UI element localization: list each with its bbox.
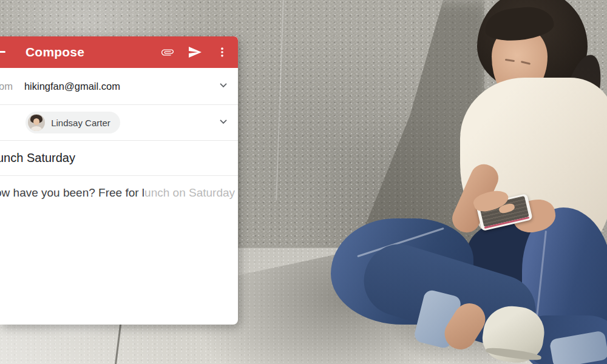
overflow-menu-icon[interactable] bbox=[215, 45, 229, 59]
avatar-body bbox=[31, 126, 42, 131]
smart-compose-suggestion: unch on Saturday bbox=[144, 186, 235, 199]
compose-title: Compose bbox=[25, 45, 84, 59]
avatar-face bbox=[33, 118, 39, 125]
from-field[interactable]: om hikingfan@gmail.com bbox=[0, 68, 238, 105]
send-icon[interactable] bbox=[188, 45, 202, 59]
back-arrow-icon[interactable] bbox=[0, 51, 5, 53]
header-actions bbox=[160, 45, 238, 59]
chevron-down-icon[interactable] bbox=[217, 79, 229, 93]
compose-card: Compose om bbox=[0, 36, 238, 325]
avatar bbox=[28, 114, 45, 131]
typed-text: ow have you been? Free for l bbox=[0, 186, 144, 199]
from-email-value: hikingfan@gmail.com bbox=[24, 81, 120, 92]
message-body-line: ow have you been? Free for lunch on Satu… bbox=[0, 184, 228, 202]
chevron-down-icon[interactable] bbox=[217, 115, 229, 130]
subject-text: unch Saturday bbox=[0, 151, 75, 165]
message-body-field[interactable]: ow have you been? Free for lunch on Satu… bbox=[0, 176, 238, 325]
subject-field[interactable]: unch Saturday bbox=[0, 141, 238, 176]
recipient-name: Lindsay Carter bbox=[51, 118, 110, 128]
from-label: om bbox=[0, 81, 13, 92]
to-field[interactable]: o Lindsay Carter bbox=[0, 105, 238, 141]
attach-icon[interactable] bbox=[160, 45, 175, 59]
compose-header: Compose bbox=[0, 36, 238, 68]
recipient-chip[interactable]: Lindsay Carter bbox=[25, 112, 120, 133]
screenshot-root: Compose om bbox=[0, 0, 607, 364]
